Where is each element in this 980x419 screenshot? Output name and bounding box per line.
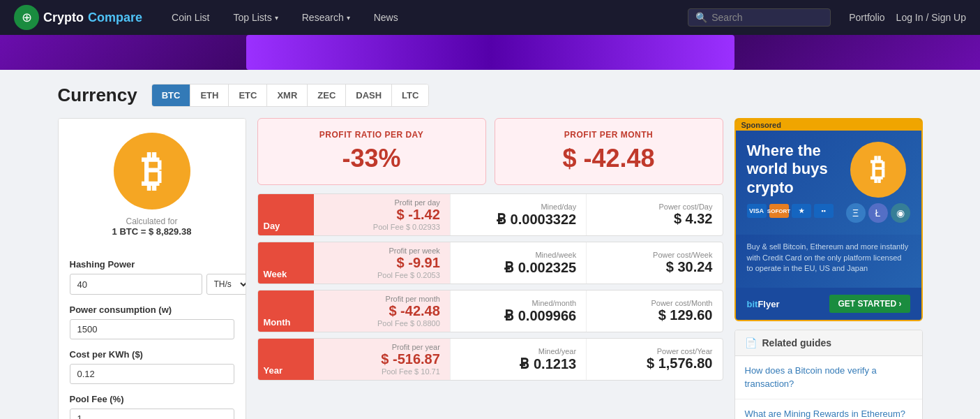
row-period: Day [264,221,280,231]
row-pool-fee: Pool Fee $ 10.71 [324,367,440,376]
guide-link[interactable]: What are Mining Rewards in Ethereum? [735,399,922,419]
ad-cta-button[interactable]: GET STARTED › [829,295,910,313]
chevron-down-icon: ▾ [347,14,350,22]
sofort-icon: SOFORT [769,204,789,218]
row-period-label: Week [258,242,314,284]
tab-etc[interactable]: ETC [229,84,267,106]
row-power-label: Power cost/Year [596,347,712,355]
row-pool-fee: Pool Fee $ 0.2053 [324,271,440,279]
ad-text: Where the world buys crypto VISA SOFORT … [747,142,838,223]
nav-top-lists[interactable]: Top Lists ▾ [225,0,287,35]
row-mined-label: Mined/year [460,347,576,355]
payment-icon-4: ▪▪ [814,204,834,218]
row-power-col: Power cost/Month $ 129.60 [586,291,722,332]
portfolio-link[interactable]: Portfolio [849,12,884,23]
ad-sponsored-label: Sponsored [736,119,921,131]
ad-card[interactable]: Sponsored Where the world buys crypto VI… [734,118,923,321]
row-power-label: Power cost/Week [596,251,712,259]
row-mined-label: Mined/month [460,299,576,307]
cost-per-kwh-input[interactable] [70,364,234,384]
promo-banner[interactable] [0,35,980,70]
hashing-power-unit-select[interactable]: TH/s GH/s MH/s [206,274,246,295]
row-mined-value: Ƀ 0.1213 [460,355,576,372]
tab-dash[interactable]: DASH [346,84,392,106]
login-link[interactable]: Log In / Sign Up [896,12,966,23]
visa-icon: VISA [747,204,767,218]
page-header: Currency BTC ETH ETC XMR ZEC DASH LTC [58,84,923,107]
row-power-label: Power cost/Day [596,203,712,211]
tab-zec[interactable]: ZEC [308,84,346,106]
calc-label: Calculated for [126,216,177,226]
banner-content [246,35,734,70]
row-mined-value: Ƀ 0.002325 [460,259,576,276]
row-mined-value: Ƀ 0.009966 [460,307,576,324]
row-profit-col-label: Profit per day [324,198,440,207]
row-mined-col: Mined/day Ƀ 0.0003322 [450,194,586,235]
tab-xmr[interactable]: XMR [267,84,308,106]
page-title: Currency [58,84,137,106]
ad-footer: bitFlyer GET STARTED › [736,288,921,320]
guide-links: How does a Bitcoin node verify a transac… [735,356,922,419]
logo-text-compare: Compare [88,10,142,25]
coin-icon: ₿ [114,133,190,210]
guide-link[interactable]: How does a Bitcoin node verify a transac… [735,356,922,399]
tab-eth[interactable]: ETH [190,84,229,106]
row-profit-value: $ -42.48 [324,303,440,319]
row-power-col: Power cost/Day $ 4.32 [586,194,722,235]
payment-icon-3: ★ [792,204,811,218]
power-consumption-input[interactable] [70,319,234,339]
alt-coin-icon: ◉ [891,203,910,223]
row-mined-value: Ƀ 0.0003322 [460,211,576,228]
profit-ratio-value: -33% [272,144,472,173]
ad-body: Where the world buys crypto VISA SOFORT … [736,131,921,235]
page-container: Currency BTC ETH ETC XMR ZEC DASH LTC ₿ … [44,70,937,419]
row-power-value: $ 4.32 [596,211,712,227]
search-bar: 🔍 [688,8,831,27]
tab-btc[interactable]: BTC [152,84,191,106]
ad-logo-text: bitFlyer [747,299,780,309]
row-period: Week [264,269,287,279]
currency-tabs: BTC ETH ETC XMR ZEC DASH LTC [151,84,430,107]
row-profit-col-label: Profit per month [324,295,440,303]
row-power-label: Power cost/Month [596,299,712,307]
flyer-text: Flyer [757,299,779,309]
row-pool-fee: Pool Fee $ 0.8800 [324,319,440,328]
bit-text: bit [747,299,758,309]
tab-ltc[interactable]: LTC [392,84,428,106]
search-icon: 🔍 [695,12,707,23]
row-period: Year [264,365,282,376]
profit-ratio-card: PROFIT RATIO PER DAY -33% [257,118,486,185]
table-row: Week Profit per week $ -9.91 Pool Fee $ … [257,242,723,284]
pool-fee-input[interactable] [70,409,234,419]
hashing-power-input[interactable] [70,274,202,295]
coin-icon-area: ₿ Calculated for 1 BTC = $ 8,829.38 [59,119,246,251]
calc-value: 1 BTC = $ 8,829.38 [112,226,192,237]
row-pool-fee: Pool Fee $ 0.02933 [324,223,440,231]
row-mined-label: Mined/week [460,251,576,259]
chevron-down-icon: ▾ [275,14,278,22]
logo-link[interactable]: ⊕ Crypto Compare [14,5,142,30]
row-profit-col: Profit per year $ -516.87 Pool Fee $ 10.… [314,339,450,380]
row-power-value: $ 129.60 [596,307,712,323]
nav-coin-list[interactable]: Coin List [163,0,218,35]
table-row: Year Profit per year $ -516.87 Pool Fee … [257,338,723,381]
row-period-label: Month [258,291,314,332]
ad-headline: Where the world buys crypto [747,142,838,197]
main-content: ₿ Calculated for 1 BTC = $ 8,829.38 Hash… [58,118,923,419]
eth-icon: Ξ [846,203,866,223]
row-power-col: Power cost/Year $ 1,576.80 [586,339,722,380]
related-guides: 📄 Related guides How does a Bitcoin node… [734,330,923,419]
ltc-icon: Ł [868,203,888,223]
row-power-value: $ 30.24 [596,259,712,275]
pool-fee-label: Pool Fee (%) [70,394,234,404]
row-mined-col: Mined/year Ƀ 0.1213 [450,339,586,380]
row-period: Month [264,317,291,328]
search-input[interactable] [711,12,823,23]
nav-research[interactable]: Research ▾ [294,0,359,35]
row-mined-col: Mined/week Ƀ 0.002325 [450,242,586,284]
row-profit-value: $ -9.91 [324,255,440,271]
profit-month-label: PROFIT PER MONTH [509,130,709,140]
document-icon: 📄 [745,337,757,348]
ad-description-area: Buy & sell Bitcoin, Ethereum and more in… [736,235,921,288]
nav-news[interactable]: News [365,0,407,35]
